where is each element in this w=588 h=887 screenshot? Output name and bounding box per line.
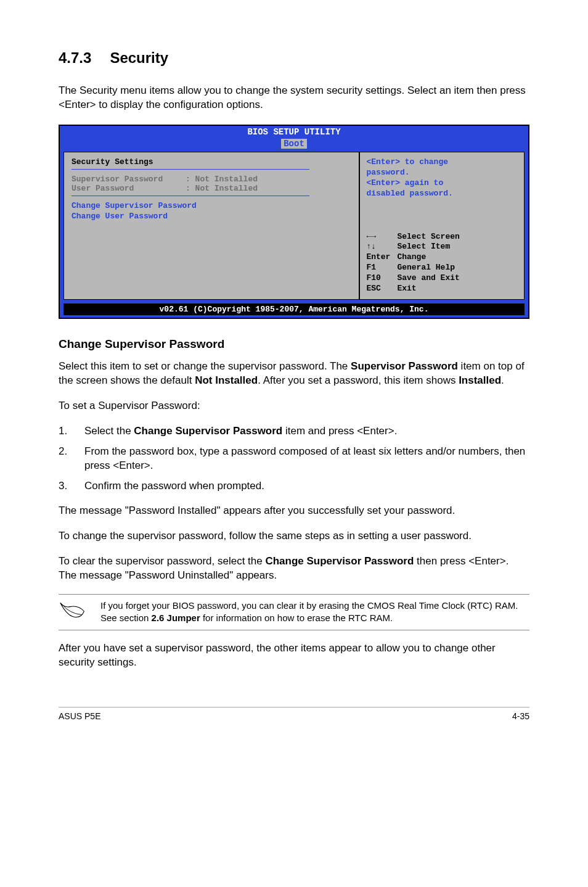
bios-divider [71, 196, 309, 196]
bold-text: Supervisor Password [351, 360, 458, 372]
intro-paragraph: The Security menu items allow you to cha… [59, 84, 529, 112]
bios-row-label: Supervisor Password [71, 175, 186, 184]
nav-key: F10 [366, 273, 397, 284]
bios-help-line: password. [366, 168, 518, 178]
bios-screenshot: BIOS SETUP UTILITY Boot Security Setting… [59, 125, 529, 319]
help-text: again to [400, 178, 443, 188]
list-text: From the password box, type a password c… [84, 445, 529, 473]
bios-row-value: : Not Installed [186, 175, 258, 184]
nav-label: Select Item [397, 242, 450, 252]
bios-right-panel: <Enter> to change password. <Enter> agai… [359, 152, 525, 300]
bold-text: 2.6 Jumper [152, 613, 200, 623]
help-text: to change [400, 157, 448, 167]
help-text: disabled password. [366, 189, 452, 198]
bios-active-tab: Boot [281, 139, 307, 149]
list-number: 2. [59, 445, 84, 473]
subheading: Change Supervisor Password [59, 337, 529, 351]
text: Select this item to set or change the su… [59, 360, 351, 372]
list-text: Select the Change Supervisor Password it… [84, 424, 529, 439]
nav-row: ESCExit [366, 284, 518, 294]
nav-row: EnterChange [366, 252, 518, 263]
nav-key: ESC [366, 284, 397, 294]
bios-body: Security Settings Supervisor Password : … [63, 152, 525, 300]
paragraph: Select this item to set or change the su… [59, 360, 529, 388]
paragraph: To clear the supervisor password, select… [59, 555, 529, 583]
page-footer: ASUS P5E 4-35 [59, 707, 529, 721]
text: To clear the supervisor password, select… [59, 555, 265, 567]
bios-row-label: User Password [71, 184, 186, 193]
nav-row: ←→Select Screen [366, 232, 518, 242]
paragraph: The message "Password Installed" appears… [59, 504, 529, 518]
note-icon [59, 600, 89, 624]
bios-help-line: <Enter> again to [366, 178, 518, 189]
list-item: 2. From the password box, type a passwor… [59, 445, 529, 473]
list-item: 3. Confirm the password when prompted. [59, 479, 529, 493]
enter-tag: <Enter> [366, 157, 400, 167]
paragraph: To change the supervisor password, follo… [59, 529, 529, 543]
bios-row-supervisor: Supervisor Password : Not Installed [71, 175, 351, 184]
bios-title: BIOS SETUP UTILITY [60, 126, 528, 138]
nav-row: F10Save and Exit [366, 273, 518, 284]
bios-copyright: v02.61 (C)Copyright 1985-2007, American … [63, 303, 525, 315]
bold-text: Installed [459, 374, 501, 386]
text: . [501, 374, 504, 386]
bold-text: Change Supervisor Password [265, 555, 414, 567]
bios-item-change-user: Change User Password [71, 212, 351, 221]
bios-item-change-supervisor: Change Supervisor Password [71, 201, 351, 210]
text: item and press <Enter>. [282, 425, 397, 437]
nav-key: Enter [366, 252, 397, 263]
bios-left-panel: Security Settings Supervisor Password : … [63, 152, 359, 300]
bios-row-user: User Password : Not Installed [71, 184, 351, 193]
bios-section-title: Security Settings [71, 157, 351, 167]
bios-tab-row: Boot [60, 138, 528, 152]
bios-nav-keys: ←→Select Screen ↑↓Select Item EnterChang… [366, 232, 518, 294]
section-number: 4.7.3 [59, 49, 91, 67]
list-text: Confirm the password when prompted. [84, 479, 529, 493]
enter-tag: <Enter> [366, 178, 400, 188]
nav-label: Select Screen [397, 232, 459, 242]
bios-help-line: <Enter> to change [366, 157, 518, 168]
paragraph: To set a Supervisor Password: [59, 399, 529, 413]
ordered-list: 1. Select the Change Supervisor Password… [59, 424, 529, 493]
text: Select the [84, 425, 134, 437]
bold-text: Not Installed [195, 374, 258, 386]
nav-label: General Help [397, 263, 455, 273]
note-callout: If you forget your BIOS password, you ca… [59, 594, 529, 630]
bios-row-value: : Not Installed [186, 184, 258, 193]
nav-label: Save and Exit [397, 273, 459, 284]
bios-help-line: disabled password. [366, 189, 518, 199]
list-number: 1. [59, 424, 84, 439]
note-text: If you forget your BIOS password, you ca… [100, 600, 529, 625]
nav-row: F1General Help [366, 263, 518, 273]
nav-row: ↑↓Select Item [366, 242, 518, 252]
list-number: 3. [59, 479, 84, 493]
nav-label: Change [397, 252, 426, 263]
text: . After you set a password, this item sh… [258, 374, 459, 386]
section-heading: 4.7.3 Security [59, 49, 529, 67]
footer-left: ASUS P5E [59, 711, 100, 721]
footer-right: 4-35 [512, 711, 529, 721]
help-text: password. [366, 168, 409, 177]
nav-label: Exit [397, 284, 416, 294]
bios-help-text: <Enter> to change password. <Enter> agai… [366, 157, 518, 199]
paragraph: After you have set a supervisor password… [59, 642, 529, 670]
text: for information on how to erase the RTC … [200, 613, 393, 623]
bold-text: Change Supervisor Password [134, 425, 282, 437]
nav-key: ←→ [366, 232, 397, 242]
nav-key: F1 [366, 263, 397, 273]
list-item: 1. Select the Change Supervisor Password… [59, 424, 529, 439]
section-title: Security [110, 49, 168, 67]
nav-key: ↑↓ [366, 242, 397, 252]
bios-divider [71, 169, 309, 170]
